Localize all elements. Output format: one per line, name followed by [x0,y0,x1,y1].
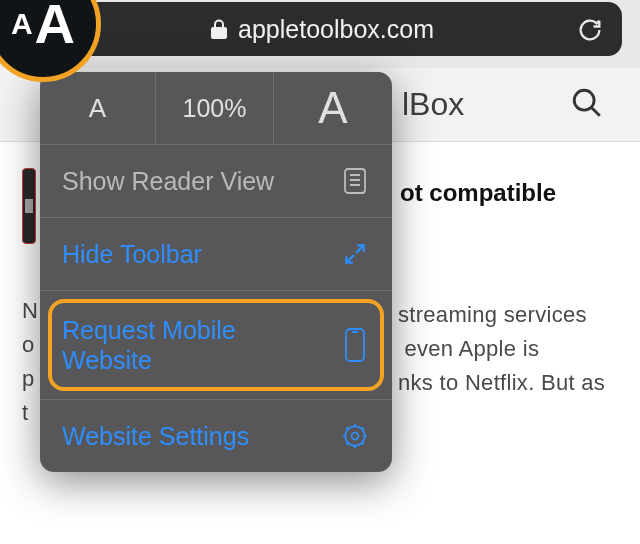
body-prefix-4: t [22,400,28,426]
gear-icon [340,423,370,449]
show-reader-view-item[interactable]: Show Reader View [40,145,392,217]
svg-rect-2 [345,169,365,193]
text-size-percent[interactable]: 100% [156,72,274,144]
url-display: appletoolbox.com [22,15,622,44]
lock-icon [210,18,228,40]
body-prefix-1: N [22,298,38,324]
article-thumbnail [22,168,36,244]
svg-rect-6 [346,329,364,361]
svg-line-17 [362,427,364,429]
url-bar[interactable]: appletoolbox.com [22,2,622,56]
search-icon[interactable] [570,86,604,120]
svg-line-16 [346,443,348,445]
hide-toolbar-label: Hide Toolbar [62,240,340,269]
website-settings-label: Website Settings [62,422,340,451]
svg-point-0 [574,90,594,110]
request-mobile-label: Request Mobile Website [62,315,340,376]
body-prefix-3: p [22,366,34,392]
article-headline-fragment: ot compatible [400,179,556,207]
svg-line-14 [346,427,348,429]
site-brand-fragment: lBox [402,86,464,123]
article-body-fragment: streaming services even Apple is nks to … [398,298,605,400]
hide-toolbar-item[interactable]: Hide Toolbar [40,218,392,290]
svg-point-9 [352,433,359,440]
request-mobile-website-item[interactable]: Request Mobile Website [40,291,392,399]
decrease-text-button[interactable]: A [40,72,156,144]
body-prefix-2: o [22,332,34,358]
reader-icon [340,168,370,194]
expand-icon [340,241,370,267]
svg-line-15 [362,443,364,445]
text-size-popover: A 100% A Show Reader View Hide Toolbar R… [40,72,392,472]
show-reader-view-label: Show Reader View [62,167,340,196]
reload-icon[interactable] [576,16,604,44]
increase-text-button[interactable]: A [274,72,392,144]
small-a-glyph: A [11,9,33,39]
website-settings-item[interactable]: Website Settings [40,400,392,472]
big-a-glyph: A [35,0,75,52]
svg-line-1 [592,108,600,116]
phone-icon [340,328,370,362]
text-size-row: A 100% A [40,72,392,144]
url-text: appletoolbox.com [238,15,434,44]
